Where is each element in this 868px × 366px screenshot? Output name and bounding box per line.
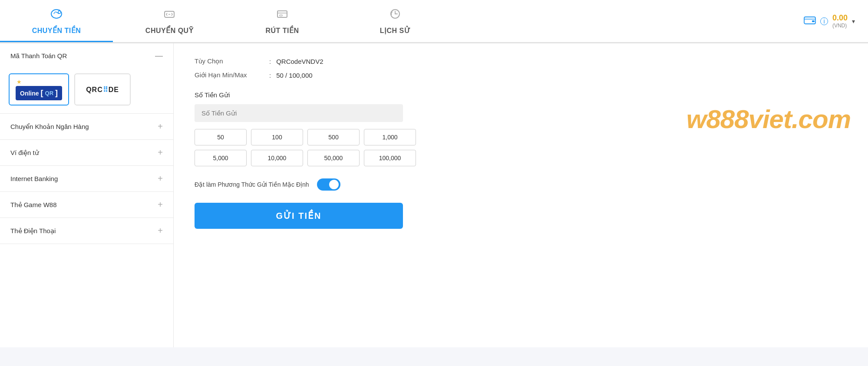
sidebar-section-qr-content: ★ Online [ QR ] QRC⠿DE [0, 68, 173, 113]
amount-btn-50[interactable]: 50 [195, 129, 247, 145]
gioi-han-value: 50 / 100,000 [276, 72, 312, 79]
lich-su-icon [389, 8, 402, 23]
top-navigation: CHUYỂN TIỀN CHUYỂN QUỸ RÚT TIỀN [0, 0, 868, 43]
gui-tien-button[interactable]: GỬI TIỀN [195, 203, 403, 229]
tab-chuyen-quy[interactable]: CHUYỂN QUỸ [113, 0, 226, 42]
sidebar-section-chuyen-khoan: Chuyển Khoản Ngân Hàng + [0, 114, 173, 140]
amount-btn-1000[interactable]: 1,000 [364, 129, 416, 145]
tab-rut-tien[interactable]: RÚT TIỀN [226, 0, 339, 42]
toggle-label: Đặt làm Phương Thức Gửi Tiền Mặc Định [195, 181, 309, 188]
sidebar-qr-label: Mã Thanh Toán QR [10, 52, 67, 59]
wallet-area: i 0.00 (VND) ▾ [791, 0, 868, 42]
sidebar-section-internet-banking-header[interactable]: Internet Banking + [0, 166, 173, 191]
wallet-amount: 0.00 [832, 13, 848, 23]
qrcode-label: QRC⠿DE [86, 86, 119, 94]
sidebar-qr-collapse-icon[interactable]: — [155, 51, 163, 60]
sidebar-chuyen-khoan-label: Chuyển Khoản Ngân Hàng [10, 123, 89, 131]
sidebar-section-vi-dien-tu: Ví điện tử + [0, 140, 173, 166]
qr-cards-container: ★ Online [ QR ] QRC⠿DE [9, 73, 165, 106]
sidebar-section-qr: Mã Thanh Toán QR — ★ Online [ QR ] [0, 43, 173, 114]
info-row-gioi-han: Giới Hạn Min/Max : 50 / 100,000 [195, 71, 847, 79]
tab-lich-su[interactable]: LỊCH SỬ [339, 0, 452, 42]
chuyen-tien-icon [50, 8, 63, 23]
wallet-info-icon[interactable]: i [820, 17, 828, 25]
qr-card-online[interactable]: ★ Online [ QR ] [9, 73, 69, 106]
svg-rect-4 [277, 11, 287, 17]
wallet-currency: (VND) [832, 23, 847, 29]
tab-rut-tien-label: RÚT TIỀN [265, 26, 299, 35]
svg-point-1 [58, 11, 61, 13]
amount-btn-100000[interactable]: 100,000 [364, 150, 416, 166]
sidebar-vi-dien-tu-label: Ví điện tử [10, 149, 39, 157]
so-tien-gui-title: Số Tiền Gửi [195, 91, 847, 99]
sidebar-section-the-dien-thoai-header[interactable]: Thẻ Điện Thoại + [0, 218, 173, 244]
tab-chuyen-quy-label: CHUYỂN QUỸ [145, 26, 193, 35]
gioi-han-label: Giới Hạn Min/Max [195, 71, 264, 79]
qr-card-qrcode[interactable]: QRC⠿DE [74, 73, 131, 106]
online-qr-badge: Online [ QR ] [16, 86, 62, 100]
amount-buttons-grid: 50 100 500 1,000 5,000 10,000 50,000 100… [195, 129, 847, 166]
sidebar-section-chuyen-khoan-header[interactable]: Chuyển Khoản Ngân Hàng + [0, 114, 173, 139]
star-icon: ★ [17, 79, 22, 85]
tab-chuyen-tien[interactable]: CHUYỂN TIỀN [0, 0, 113, 42]
wallet-chevron-icon[interactable]: ▾ [852, 18, 855, 25]
gioi-han-colon: : [269, 72, 271, 79]
sidebar-section-the-dien-thoai: Thẻ Điện Thoại + [0, 218, 173, 244]
wallet-icon [804, 15, 816, 27]
so-tien-gui-input[interactable] [195, 104, 403, 122]
sidebar-the-dien-thoai-label: Thẻ Điện Thoại [10, 227, 56, 235]
tuy-chon-value: QRCodeVNDV2 [276, 58, 323, 65]
info-row-tuy-chon: Tùy Chọn : QRCodeVNDV2 [195, 57, 847, 65]
sidebar-internet-banking-expand-icon[interactable]: + [158, 174, 163, 184]
sidebar-section-vi-dien-tu-header[interactable]: Ví điện tử + [0, 140, 173, 165]
sidebar-the-game-label: Thẻ Game W88 [10, 201, 57, 209]
content-area: w888viet.com Tùy Chọn : QRCodeVNDV2 Giới… [174, 43, 868, 347]
main-layout: Mã Thanh Toán QR — ★ Online [ QR ] [0, 43, 868, 347]
tab-chuyen-tien-label: CHUYỂN TIỀN [32, 26, 81, 35]
tuy-chon-label: Tùy Chọn [195, 57, 264, 65]
sidebar-section-qr-header[interactable]: Mã Thanh Toán QR — [0, 43, 173, 68]
sidebar-chuyen-khoan-expand-icon[interactable]: + [158, 122, 163, 132]
rut-tien-icon [276, 8, 289, 23]
tab-lich-su-label: LỊCH SỬ [380, 26, 411, 35]
toggle-slider [317, 178, 340, 191]
sidebar-the-game-expand-icon[interactable]: + [158, 200, 163, 210]
amount-btn-50000[interactable]: 50,000 [307, 150, 360, 166]
sidebar-the-dien-thoai-expand-icon[interactable]: + [158, 226, 163, 236]
sidebar-section-internet-banking: Internet Banking + [0, 166, 173, 192]
tuy-chon-colon: : [269, 58, 271, 65]
amount-btn-500[interactable]: 500 [307, 129, 360, 145]
chuyen-quy-icon [163, 8, 176, 23]
sidebar-section-the-game-header[interactable]: Thẻ Game W88 + [0, 192, 173, 218]
toggle-row: Đặt làm Phương Thức Gửi Tiền Mặc Định [195, 178, 847, 191]
sidebar-internet-banking-label: Internet Banking [10, 175, 58, 182]
amount-btn-5000[interactable]: 5,000 [195, 150, 247, 166]
sidebar-vi-dien-tu-expand-icon[interactable]: + [158, 148, 163, 158]
svg-rect-6 [280, 15, 282, 16]
default-method-toggle[interactable] [317, 178, 340, 191]
amount-btn-100[interactable]: 100 [251, 129, 303, 145]
sidebar-section-the-game: Thẻ Game W88 + [0, 192, 173, 218]
svg-rect-9 [812, 20, 815, 22]
amount-btn-10000[interactable]: 10,000 [251, 150, 303, 166]
sidebar: Mã Thanh Toán QR — ★ Online [ QR ] [0, 43, 174, 347]
